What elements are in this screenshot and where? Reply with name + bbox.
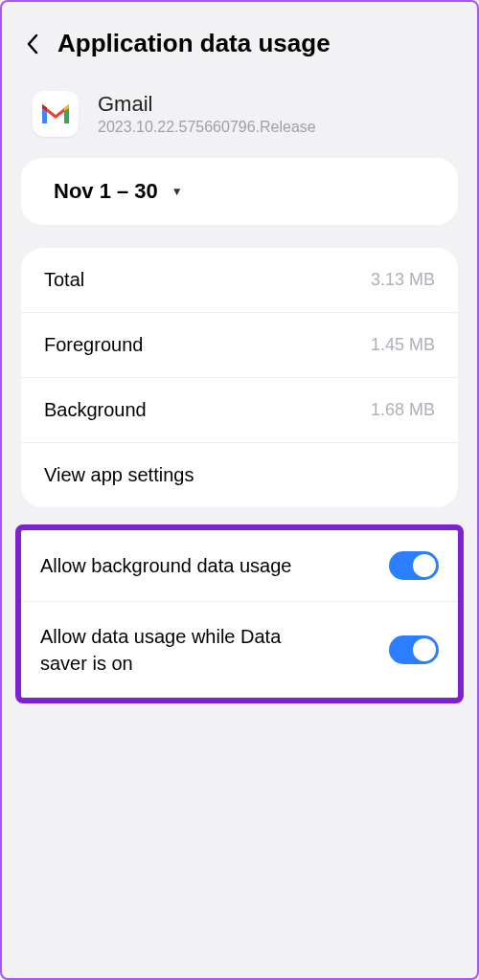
gmail-icon: [33, 91, 79, 137]
chevron-down-icon: ▼: [171, 185, 183, 198]
app-info: Gmail 2023.10.22.575660796.Release: [2, 78, 477, 158]
usage-stats-card: Total 3.13 MB Foreground 1.45 MB Backgro…: [21, 248, 458, 507]
toggle-switch-data-saver[interactable]: [389, 635, 439, 664]
view-app-settings[interactable]: View app settings: [21, 443, 458, 507]
toggle-switch-background-data[interactable]: [389, 551, 439, 580]
toggles-card: Allow background data usage Allow data u…: [15, 524, 464, 703]
toggle-row-data-saver: Allow data usage while Data saver is on: [21, 602, 458, 698]
toggle-row-background-data: Allow background data usage: [21, 530, 458, 602]
stat-label: Total: [44, 269, 84, 291]
page-header: Application data usage: [2, 2, 477, 78]
page-title: Application data usage: [57, 29, 331, 58]
app-details: Gmail 2023.10.22.575660796.Release: [98, 92, 316, 136]
stat-row-foreground: Foreground 1.45 MB: [21, 313, 458, 378]
switch-knob: [413, 554, 436, 577]
back-icon[interactable]: [25, 33, 40, 56]
stat-value: 1.45 MB: [371, 335, 435, 355]
stat-row-background: Background 1.68 MB: [21, 378, 458, 443]
toggle-label: Allow data usage while Data saver is on: [40, 623, 328, 677]
stat-label: Background: [44, 399, 147, 421]
app-name: Gmail: [98, 92, 316, 117]
view-settings-label: View app settings: [44, 464, 194, 486]
date-period-label: Nov 1 – 30: [54, 179, 158, 204]
app-version: 2023.10.22.575660796.Release: [98, 119, 316, 136]
stat-value: 1.68 MB: [371, 400, 435, 420]
stat-value: 3.13 MB: [371, 270, 435, 290]
stat-row-total: Total 3.13 MB: [21, 248, 458, 313]
date-period-selector[interactable]: Nov 1 – 30 ▼: [21, 158, 458, 225]
switch-knob: [413, 638, 436, 661]
toggle-label: Allow background data usage: [40, 552, 291, 579]
stat-label: Foreground: [44, 334, 143, 356]
